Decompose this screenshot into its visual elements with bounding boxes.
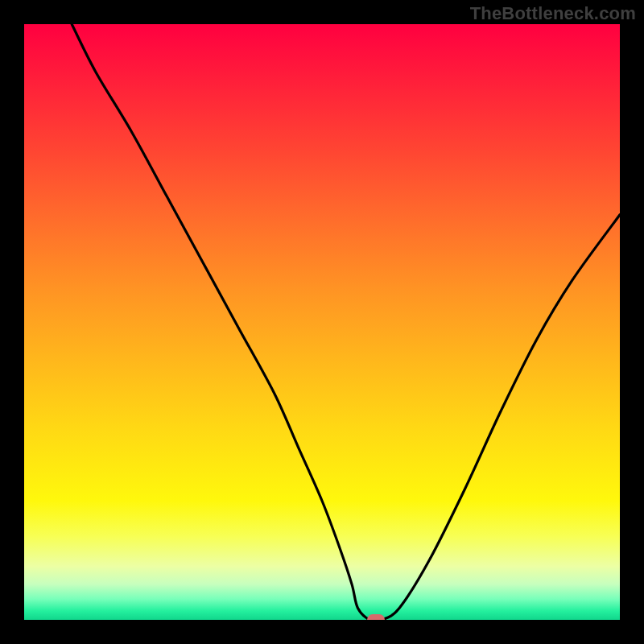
optimum-marker xyxy=(367,614,385,620)
chart-frame: TheBottleneck.com xyxy=(0,0,644,644)
plot-area xyxy=(24,24,620,620)
watermark-text: TheBottleneck.com xyxy=(470,3,636,24)
bottleneck-curve xyxy=(24,24,620,620)
